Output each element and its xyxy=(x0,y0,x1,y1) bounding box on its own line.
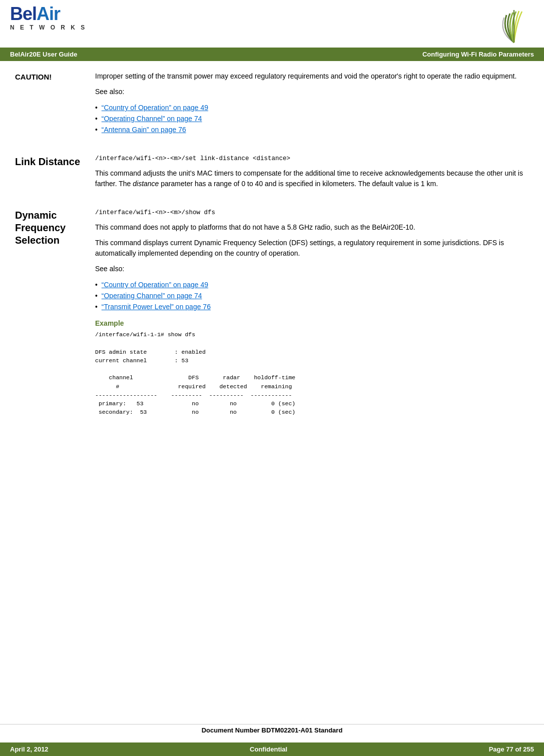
caution-text: Improper setting of the transmit power m… xyxy=(95,71,529,82)
caution-label: CAUTION! xyxy=(15,71,95,140)
caution-links-list: “Country of Operation” on page 49 “Opera… xyxy=(95,102,529,135)
belair-antenna-icon xyxy=(474,5,534,45)
caution-content: Improper setting of the transmit power m… xyxy=(95,71,529,140)
main-content: CAUTION! Improper setting of the transmi… xyxy=(0,61,544,437)
caution-link-3: “Antenna Gain” on page 76 xyxy=(95,124,529,135)
nav-title-left: BelAir20E User Guide xyxy=(10,51,77,58)
link-distance-section: Link Distance /interface/wifi-<n>-<m>/se… xyxy=(15,155,529,194)
footer-doc-line: Document Number BDTM02201-A01 Standard xyxy=(0,724,544,736)
networks-label: N E T W O R K S xyxy=(10,24,87,31)
dfs-link-2: “Operating Channel” on page 74 xyxy=(95,290,529,301)
dfs-link-2-anchor[interactable]: “Operating Channel” on page 74 xyxy=(102,292,202,300)
dfs-label: Dynamic Frequency Selection xyxy=(15,209,95,417)
caution-section: CAUTION! Improper setting of the transmi… xyxy=(15,71,529,140)
dfs-desc2: This command displays current Dynamic Fr… xyxy=(95,238,529,259)
logo-area: BelAir N E T W O R K S xyxy=(10,5,87,31)
belair-logo: BelAir xyxy=(10,5,87,23)
dfs-link-3: “Transmit Power Level” on page 76 xyxy=(95,301,529,312)
dfs-command: /interface/wifi-<n>-<m>/show dfs xyxy=(95,209,529,216)
caution-link-3-anchor[interactable]: “Antenna Gain” on page 76 xyxy=(102,126,186,134)
dfs-content: /interface/wifi-<n>-<m>/show dfs This co… xyxy=(95,209,529,417)
dfs-link-1: “Country of Operation” on page 49 xyxy=(95,279,529,290)
link-distance-label: Link Distance xyxy=(15,155,95,194)
caution-link-2-anchor[interactable]: “Operating Channel” on page 74 xyxy=(102,115,202,123)
dfs-see-also: See also: xyxy=(95,264,529,274)
caution-link-1: “Country of Operation” on page 49 xyxy=(95,102,529,113)
dfs-example: Example /interface/wifi-1-1# show dfs DF… xyxy=(95,319,529,417)
footer-page: Page 77 of 255 xyxy=(489,745,534,753)
footer-confidential: Confidential xyxy=(250,745,287,753)
document-number: Document Number BDTM02201-A01 Standard xyxy=(0,724,544,736)
nav-title-right: Configuring Wi-Fi Radio Parameters xyxy=(422,51,534,58)
dfs-link-3-anchor[interactable]: “Transmit Power Level” on page 76 xyxy=(102,303,211,311)
dfs-desc1: This command does not apply to platforms… xyxy=(95,222,529,233)
caution-link-2: “Operating Channel” on page 74 xyxy=(95,113,529,124)
page-footer: April 2, 2012 Confidential Page 77 of 25… xyxy=(0,742,544,756)
link-distance-content: /interface/wifi-<n>-<m>/set link-distanc… xyxy=(95,155,529,194)
dfs-link-1-anchor[interactable]: “Country of Operation” on page 49 xyxy=(102,281,208,289)
dfs-links-list: “Country of Operation” on page 49 “Opera… xyxy=(95,279,529,312)
example-heading: Example xyxy=(95,319,529,327)
caution-link-1-anchor[interactable]: “Country of Operation” on page 49 xyxy=(102,104,208,112)
header-logo-right xyxy=(474,5,534,45)
link-distance-command: /interface/wifi-<n>-<m>/set link-distanc… xyxy=(95,155,529,162)
footer-date: April 2, 2012 xyxy=(10,745,49,753)
nav-bar: BelAir20E User Guide Configuring Wi-Fi R… xyxy=(0,48,544,61)
caution-see-also: See also: xyxy=(95,87,529,97)
link-distance-desc: This command adjusts the unit’s MAC time… xyxy=(95,168,529,189)
example-code: /interface/wifi-1-1# show dfs DFS admin … xyxy=(95,330,529,417)
dfs-section: Dynamic Frequency Selection /interface/w… xyxy=(15,209,529,417)
page-header: BelAir N E T W O R K S xyxy=(0,0,544,48)
